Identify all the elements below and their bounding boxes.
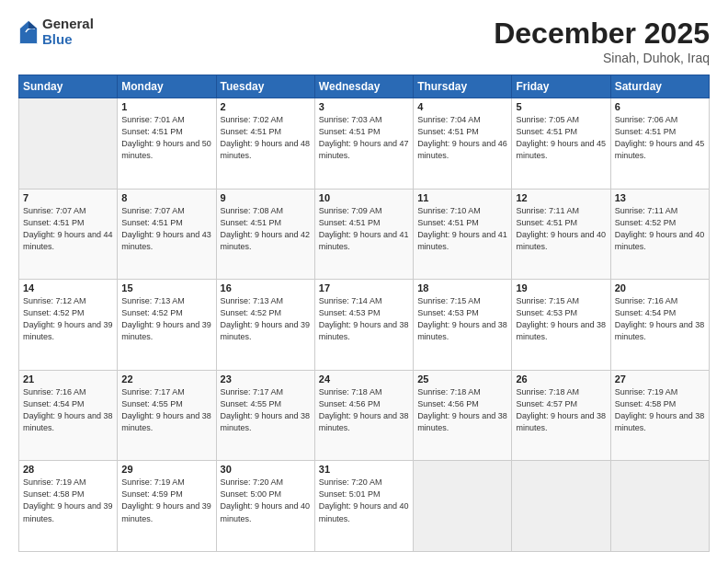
calendar-week-row: 21 Sunrise: 7:16 AMSunset: 4:54 PMDaylig…: [19, 370, 710, 461]
day-info: Sunrise: 7:18 AMSunset: 4:57 PMDaylight:…: [516, 387, 606, 432]
day-number: 2: [221, 101, 311, 112]
day-number: 31: [319, 464, 409, 475]
logo-general-text: General: [42, 17, 94, 32]
day-info: Sunrise: 7:16 AMSunset: 4:54 PMDaylight:…: [615, 296, 705, 341]
day-info: Sunrise: 7:17 AMSunset: 4:55 PMDaylight:…: [121, 387, 211, 432]
day-number: 11: [417, 192, 507, 203]
day-number: 14: [23, 282, 113, 293]
calendar-day-cell: 6 Sunrise: 7:06 AMSunset: 4:51 PMDayligh…: [610, 98, 709, 190]
header-tuesday: Tuesday: [216, 75, 314, 98]
calendar-day-cell: 16 Sunrise: 7:13 AMSunset: 4:52 PMDaylig…: [216, 280, 314, 371]
day-info: Sunrise: 7:11 AMSunset: 4:52 PMDaylight:…: [615, 206, 705, 251]
day-number: 20: [615, 282, 705, 293]
day-number: 9: [221, 192, 311, 203]
day-number: 10: [319, 192, 409, 203]
day-number: 28: [23, 464, 113, 475]
day-info: Sunrise: 7:12 AMSunset: 4:52 PMDaylight:…: [23, 296, 113, 341]
calendar-day-cell: 7 Sunrise: 7:07 AMSunset: 4:51 PMDayligh…: [19, 189, 118, 280]
month-title: December 2025: [494, 17, 710, 51]
calendar-day-cell: 2 Sunrise: 7:02 AMSunset: 4:51 PMDayligh…: [216, 98, 314, 190]
logo: General Blue: [18, 17, 94, 47]
day-info: Sunrise: 7:02 AMSunset: 4:51 PMDaylight:…: [221, 115, 311, 160]
day-info: Sunrise: 7:11 AMSunset: 4:51 PMDaylight:…: [516, 206, 606, 251]
day-number: 17: [319, 282, 409, 293]
day-info: Sunrise: 7:17 AMSunset: 4:55 PMDaylight:…: [221, 387, 311, 432]
calendar-day-cell: 30 Sunrise: 7:20 AMSunset: 5:00 PMDaylig…: [216, 461, 314, 552]
day-info: Sunrise: 7:15 AMSunset: 4:53 PMDaylight:…: [417, 296, 507, 341]
day-info: Sunrise: 7:06 AMSunset: 4:51 PMDaylight:…: [615, 115, 705, 160]
calendar-day-cell: 9 Sunrise: 7:08 AMSunset: 4:51 PMDayligh…: [216, 189, 314, 280]
logo-blue-text: Blue: [42, 32, 94, 48]
day-number: 15: [121, 282, 211, 293]
calendar-day-cell: 22 Sunrise: 7:17 AMSunset: 4:55 PMDaylig…: [118, 370, 216, 461]
calendar-table: Sunday Monday Tuesday Wednesday Thursday…: [18, 75, 710, 552]
calendar-day-cell: 29 Sunrise: 7:19 AMSunset: 4:59 PMDaylig…: [118, 461, 216, 552]
calendar-day-cell: 26 Sunrise: 7:18 AMSunset: 4:57 PMDaylig…: [512, 370, 610, 461]
day-number: 24: [319, 373, 409, 385]
day-number: 25: [417, 373, 507, 385]
day-info: Sunrise: 7:05 AMSunset: 4:51 PMDaylight:…: [516, 115, 606, 160]
location: Sinah, Duhok, Iraq: [494, 51, 710, 65]
day-info: Sunrise: 7:15 AMSunset: 4:53 PMDaylight:…: [516, 296, 606, 341]
day-number: 29: [121, 464, 211, 475]
calendar-week-row: 28 Sunrise: 7:19 AMSunset: 4:58 PMDaylig…: [19, 461, 710, 552]
calendar-day-cell: [414, 461, 512, 552]
day-info: Sunrise: 7:01 AMSunset: 4:51 PMDaylight:…: [121, 115, 211, 160]
day-info: Sunrise: 7:07 AMSunset: 4:51 PMDaylight:…: [23, 206, 113, 251]
calendar-day-cell: 19 Sunrise: 7:15 AMSunset: 4:53 PMDaylig…: [512, 280, 610, 371]
day-number: 5: [516, 101, 606, 112]
calendar-day-cell: 23 Sunrise: 7:17 AMSunset: 4:55 PMDaylig…: [216, 370, 314, 461]
day-number: 22: [121, 373, 211, 385]
calendar-day-cell: 28 Sunrise: 7:19 AMSunset: 4:58 PMDaylig…: [19, 461, 118, 552]
calendar-day-cell: 1 Sunrise: 7:01 AMSunset: 4:51 PMDayligh…: [118, 98, 216, 190]
page: General Blue December 2025 Sinah, Duhok,…: [0, 0, 728, 563]
calendar-day-cell: 20 Sunrise: 7:16 AMSunset: 4:54 PMDaylig…: [610, 280, 709, 371]
day-number: 6: [615, 101, 705, 112]
day-info: Sunrise: 7:19 AMSunset: 4:58 PMDaylight:…: [23, 477, 113, 523]
day-number: 3: [319, 101, 409, 112]
calendar-day-cell: 3 Sunrise: 7:03 AMSunset: 4:51 PMDayligh…: [314, 98, 413, 190]
calendar-header-row: Sunday Monday Tuesday Wednesday Thursday…: [19, 75, 710, 98]
calendar-day-cell: 21 Sunrise: 7:16 AMSunset: 4:54 PMDaylig…: [19, 370, 118, 461]
day-info: Sunrise: 7:07 AMSunset: 4:51 PMDaylight:…: [121, 206, 211, 251]
day-info: Sunrise: 7:14 AMSunset: 4:53 PMDaylight:…: [319, 296, 409, 341]
calendar-day-cell: 27 Sunrise: 7:19 AMSunset: 4:58 PMDaylig…: [610, 370, 709, 461]
day-info: Sunrise: 7:16 AMSunset: 4:54 PMDaylight:…: [23, 387, 113, 432]
calendar-day-cell: 17 Sunrise: 7:14 AMSunset: 4:53 PMDaylig…: [314, 280, 413, 371]
calendar-day-cell: [610, 461, 709, 552]
day-info: Sunrise: 7:09 AMSunset: 4:51 PMDaylight:…: [319, 206, 409, 251]
day-number: 23: [221, 373, 311, 385]
calendar-day-cell: 4 Sunrise: 7:04 AMSunset: 4:51 PMDayligh…: [414, 98, 512, 190]
day-info: Sunrise: 7:19 AMSunset: 4:58 PMDaylight:…: [615, 387, 705, 432]
calendar-day-cell: 31 Sunrise: 7:20 AMSunset: 5:01 PMDaylig…: [314, 461, 413, 552]
day-number: 27: [615, 373, 705, 385]
calendar-week-row: 1 Sunrise: 7:01 AMSunset: 4:51 PMDayligh…: [19, 98, 710, 190]
header-monday: Monday: [118, 75, 216, 98]
calendar-day-cell: 25 Sunrise: 7:18 AMSunset: 4:56 PMDaylig…: [414, 370, 512, 461]
day-info: Sunrise: 7:18 AMSunset: 4:56 PMDaylight:…: [319, 387, 409, 432]
day-info: Sunrise: 7:04 AMSunset: 4:51 PMDaylight:…: [417, 115, 507, 160]
day-info: Sunrise: 7:13 AMSunset: 4:52 PMDaylight:…: [221, 296, 311, 341]
day-number: 16: [221, 282, 311, 293]
calendar-day-cell: 15 Sunrise: 7:13 AMSunset: 4:52 PMDaylig…: [118, 280, 216, 371]
calendar-day-cell: 5 Sunrise: 7:05 AMSunset: 4:51 PMDayligh…: [512, 98, 610, 190]
day-number: 26: [516, 373, 606, 385]
calendar-week-row: 14 Sunrise: 7:12 AMSunset: 4:52 PMDaylig…: [19, 280, 710, 371]
day-number: 8: [121, 192, 211, 203]
header-wednesday: Wednesday: [314, 75, 413, 98]
calendar-day-cell: 13 Sunrise: 7:11 AMSunset: 4:52 PMDaylig…: [610, 189, 709, 280]
calendar-week-row: 7 Sunrise: 7:07 AMSunset: 4:51 PMDayligh…: [19, 189, 710, 280]
day-number: 21: [23, 373, 113, 385]
logo-text: General Blue: [42, 17, 94, 47]
logo-icon: [18, 19, 39, 45]
calendar-day-cell: 24 Sunrise: 7:18 AMSunset: 4:56 PMDaylig…: [314, 370, 413, 461]
day-info: Sunrise: 7:20 AMSunset: 5:01 PMDaylight:…: [319, 477, 409, 523]
day-info: Sunrise: 7:18 AMSunset: 4:56 PMDaylight:…: [417, 387, 507, 432]
calendar-day-cell: 11 Sunrise: 7:10 AMSunset: 4:51 PMDaylig…: [414, 189, 512, 280]
calendar-day-cell: [19, 98, 118, 190]
day-info: Sunrise: 7:10 AMSunset: 4:51 PMDaylight:…: [417, 206, 507, 251]
day-number: 19: [516, 282, 606, 293]
day-number: 13: [615, 192, 705, 203]
calendar-day-cell: 12 Sunrise: 7:11 AMSunset: 4:51 PMDaylig…: [512, 189, 610, 280]
day-info: Sunrise: 7:08 AMSunset: 4:51 PMDaylight:…: [221, 206, 311, 251]
